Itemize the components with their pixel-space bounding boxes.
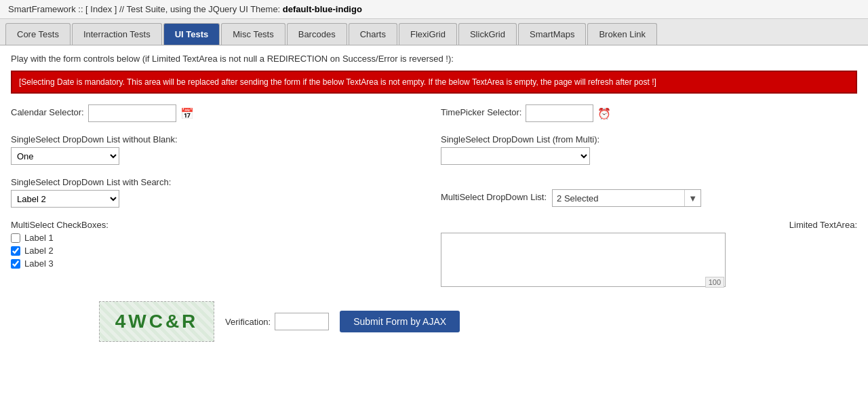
row-search-multiselect: SingleSelect DropDown List with Search: … — [11, 177, 857, 208]
multiselect-label: MultiSelect DropDown List: — [441, 192, 547, 202]
checkbox-label1-text: Label 1 — [24, 233, 54, 243]
main-content: Play with the form controls below (if Li… — [0, 45, 868, 350]
single-select-with-search[interactable]: Label 1 Label 2 Label 3 — [11, 190, 119, 208]
row-checkboxes-textarea: MultiSelect CheckBoxes: Label 1 Label 2 … — [11, 220, 857, 289]
checkbox-item-2: Label 2 — [11, 246, 427, 256]
checkbox-label3-text: Label 3 — [24, 258, 54, 269]
tab-barcodes[interactable]: Barcodes — [287, 23, 347, 45]
checkbox-label3[interactable] — [11, 259, 20, 269]
textarea-col: Limited TextArea: 100 — [441, 220, 857, 289]
checkboxes-label: MultiSelect CheckBoxes: — [11, 220, 427, 230]
single-select-from-multi[interactable]: Option A Option B — [441, 147, 590, 165]
char-count: 100 — [705, 277, 724, 288]
captcha-area: 4WC&R Verification: Submit Form by AJAX — [99, 301, 857, 342]
tab-smartmaps[interactable]: SmartMaps — [518, 23, 586, 45]
checkboxes-col: MultiSelect CheckBoxes: Label 1 Label 2 … — [11, 220, 441, 271]
verification-label: Verification: — [225, 317, 271, 327]
topbar-text: SmartFramework :: [ Index ] // Test Suit… — [8, 4, 283, 14]
multiselect-value: 2 Selected — [553, 191, 684, 206]
limited-textarea[interactable] — [441, 233, 726, 287]
tab-charts[interactable]: Charts — [349, 23, 397, 45]
tab-bar: Core Tests Interraction Tests UI Tests M… — [0, 19, 868, 45]
clock-icon[interactable]: ⏰ — [597, 107, 611, 120]
multiselect-col: MultiSelect DropDown List: 2 Selected ▼ — [441, 177, 857, 207]
tab-flexigrid[interactable]: FlexiGrid — [399, 23, 457, 45]
tab-slickgrid[interactable]: SlickGrid — [458, 23, 517, 45]
textarea-container: 100 — [441, 233, 726, 289]
single-select-no-blank-col: SingleSelect DropDown List without Blank… — [11, 134, 441, 165]
alert-bar: [Selecting Date is mandatory. This area … — [11, 71, 857, 94]
description-text: Play with the form controls below (if Li… — [11, 54, 857, 64]
timepicker-col: TimePicker Selector: ⏰ — [441, 104, 857, 122]
textarea-label: Limited TextArea: — [441, 220, 857, 230]
top-bar: SmartFramework :: [ Index ] // Test Suit… — [0, 0, 868, 19]
single-select-multi-col: SingleSelect DropDown List (from Multi):… — [441, 134, 857, 165]
row-calendar-timepicker: Calendar Selector: 📅 TimePicker Selector… — [11, 104, 857, 122]
tab-core-tests[interactable]: Core Tests — [5, 23, 71, 45]
tab-misc-tests[interactable]: Misc Tests — [221, 23, 285, 45]
tab-broken-link[interactable]: Broken Link — [587, 23, 657, 45]
calendar-icon[interactable]: 📅 — [180, 107, 194, 120]
calendar-label: Calendar Selector: — [11, 107, 84, 117]
calendar-input[interactable] — [88, 104, 176, 122]
single-select-multi-label: SingleSelect DropDown List (from Multi): — [441, 134, 857, 144]
timepicker-label: TimePicker Selector: — [441, 107, 521, 117]
single-select-no-blank-label: SingleSelect DropDown List without Blank… — [11, 134, 427, 144]
captcha-image: 4WC&R — [99, 301, 214, 342]
submit-button[interactable]: Submit Form by AJAX — [340, 311, 460, 332]
checkbox-label2-text: Label 2 — [24, 246, 54, 256]
captcha-text: 4WC&R — [115, 311, 199, 332]
multiselect-dropdown[interactable]: 2 Selected ▼ — [552, 189, 701, 207]
tab-ui-tests[interactable]: UI Tests — [163, 23, 220, 45]
verification-field: Verification: — [225, 313, 329, 330]
checkbox-label2[interactable] — [11, 246, 20, 256]
calendar-col: Calendar Selector: 📅 — [11, 104, 441, 122]
single-select-search-label: SingleSelect DropDown List with Search: — [11, 177, 427, 187]
single-select-search-col: SingleSelect DropDown List with Search: … — [11, 177, 441, 208]
verification-input[interactable] — [275, 313, 329, 330]
checkbox-group: Label 1 Label 2 Label 3 — [11, 233, 427, 269]
checkbox-label1[interactable] — [11, 233, 20, 243]
row-single-selects: SingleSelect DropDown List without Blank… — [11, 134, 857, 165]
timepicker-input[interactable] — [526, 104, 593, 122]
theme-name: default-blue-indigo — [283, 4, 362, 14]
tab-interaction-tests[interactable]: Interraction Tests — [72, 23, 162, 45]
multiselect-arrow: ▼ — [684, 190, 701, 206]
single-select-no-blank[interactable]: One Two Three — [11, 147, 119, 165]
checkbox-item-3: Label 3 — [11, 258, 427, 269]
checkbox-item-1: Label 1 — [11, 233, 427, 243]
